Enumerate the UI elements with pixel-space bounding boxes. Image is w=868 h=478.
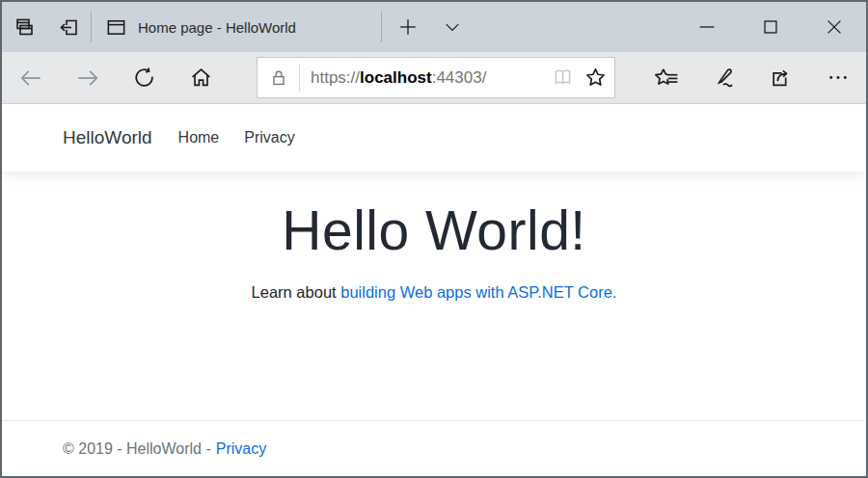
page-viewport: HelloWorld Home Privacy Hello World! Lea…	[2, 104, 866, 476]
page-title: Hello World!	[2, 200, 866, 261]
url-scheme: https://	[311, 68, 360, 87]
toolbar-right-group	[638, 52, 866, 104]
learn-paragraph: Learn about building Web apps with ASP.N…	[2, 283, 866, 302]
settings-more-button[interactable]	[809, 52, 866, 104]
browser-toolbar: https://localhost:44303/	[2, 52, 866, 104]
page-favicon	[105, 16, 127, 39]
forward-button[interactable]	[59, 52, 116, 104]
site-footer: © 2019 - HelloWorld -Privacy	[2, 420, 866, 476]
set-tabs-aside-icon	[57, 15, 80, 39]
tab-separator	[381, 12, 382, 42]
hub-star-list-icon	[654, 66, 680, 90]
reading-view-button[interactable]	[546, 66, 579, 90]
maximize-icon	[760, 16, 781, 38]
close-icon	[824, 16, 845, 38]
site-nav: Home Privacy	[178, 129, 295, 146]
tab-title: Home page - HelloWorld	[138, 19, 296, 36]
reading-view-book-icon	[551, 66, 575, 90]
home-icon	[189, 66, 213, 90]
close-button[interactable]	[802, 2, 866, 52]
new-tab-button[interactable]	[386, 2, 430, 52]
set-tabs-aside-button[interactable]	[46, 2, 91, 52]
site-brand-link[interactable]: HelloWorld	[63, 127, 152, 148]
copyright-text: © 2019 - HelloWorld -	[63, 440, 211, 457]
footer-privacy-link[interactable]: Privacy	[216, 440, 266, 457]
add-favorite-button[interactable]	[579, 66, 611, 90]
url-host: localhost	[360, 68, 432, 87]
share-button[interactable]	[752, 52, 809, 104]
tab-list-button[interactable]	[430, 2, 475, 52]
refresh-button[interactable]	[116, 52, 173, 104]
address-bar[interactable]: https://localhost:44303/	[257, 57, 615, 98]
share-icon	[769, 66, 794, 90]
lock-icon	[268, 67, 289, 89]
favorite-star-icon	[583, 66, 608, 90]
forward-arrow-icon	[75, 66, 100, 91]
pen-icon	[711, 66, 737, 90]
chevron-down-icon	[443, 17, 462, 37]
home-button[interactable]	[173, 52, 230, 104]
minimize-button[interactable]	[675, 2, 739, 52]
site-header: HelloWorld Home Privacy	[2, 104, 866, 172]
hub-button[interactable]	[638, 52, 695, 104]
plus-icon	[397, 16, 419, 38]
learn-prefix-text: Learn about	[252, 283, 341, 301]
tab-previews-icon	[13, 15, 36, 39]
caption-buttons	[675, 2, 866, 52]
browser-window: Home page - HelloWorld	[0, 0, 868, 478]
security-lock[interactable]	[258, 67, 299, 89]
back-button[interactable]	[2, 52, 59, 104]
maximize-button[interactable]	[739, 2, 802, 52]
refresh-icon	[132, 66, 156, 90]
nav-link-privacy[interactable]: Privacy	[244, 129, 294, 146]
main-content: Hello World! Learn about building Web ap…	[2, 172, 866, 420]
ellipsis-icon	[826, 66, 851, 90]
active-tab[interactable]: Home page - HelloWorld	[92, 2, 381, 52]
back-arrow-icon	[18, 66, 43, 91]
url-field[interactable]: https://localhost:44303/	[300, 68, 546, 88]
tab-previews-button[interactable]	[2, 2, 46, 52]
aspnet-core-link[interactable]: building Web apps with ASP.NET Core.	[340, 283, 616, 301]
web-note-button[interactable]	[695, 52, 752, 104]
titlebar: Home page - HelloWorld	[2, 2, 866, 52]
minimize-icon	[696, 16, 718, 38]
nav-link-home[interactable]: Home	[178, 129, 220, 146]
url-path: :44303/	[432, 68, 487, 87]
